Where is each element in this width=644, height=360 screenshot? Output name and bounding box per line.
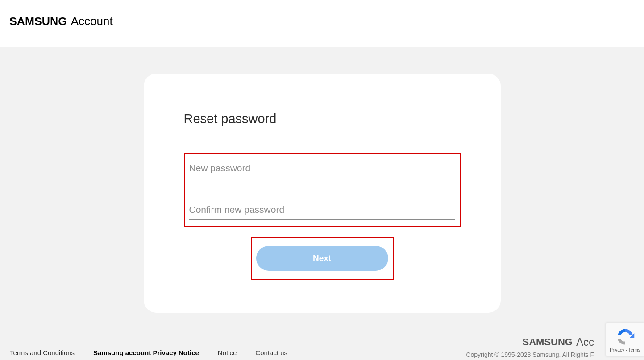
footer-link-contact[interactable]: Contact us [255, 349, 287, 356]
header: SAMSUNG Account [0, 0, 644, 47]
main-area: Reset password Next Terms and Conditions… [0, 47, 644, 360]
footer-product-label: Acc [576, 336, 594, 348]
recaptcha-icon [615, 327, 635, 347]
footer-link-privacy[interactable]: Samsung account Privacy Notice [93, 349, 199, 356]
footer: Terms and Conditions Samsung account Pri… [0, 331, 644, 360]
footer-link-notice[interactable]: Notice [218, 349, 237, 356]
next-button-highlight: Next [251, 237, 394, 280]
recaptcha-privacy-link[interactable]: Privacy [610, 348, 624, 352]
footer-brand-logo: SAMSUNG [523, 336, 573, 348]
footer-logo: SAMSUNG Acc [466, 336, 594, 348]
password-fields-highlight [184, 153, 461, 227]
page-title: Reset password [184, 112, 461, 126]
copyright-text: Copyright © 1995-2023 Samsung. All Right… [466, 351, 594, 358]
recaptcha-links: Privacy - Terms [610, 348, 640, 352]
recaptcha-badge[interactable]: Privacy - Terms [606, 323, 644, 356]
confirm-password-input[interactable] [189, 201, 455, 220]
footer-link-terms[interactable]: Terms and Conditions [10, 349, 75, 356]
reset-password-card: Reset password Next [144, 74, 501, 313]
samsung-brand-logo: SAMSUNG [9, 15, 67, 28]
footer-links: Terms and Conditions Samsung account Pri… [10, 349, 287, 358]
next-button[interactable]: Next [256, 246, 388, 271]
logo-container[interactable]: SAMSUNG Account [11, 14, 633, 28]
account-product-label: Account [71, 14, 113, 28]
recaptcha-terms-link[interactable]: Terms [628, 348, 640, 352]
new-password-input[interactable] [189, 159, 455, 178]
